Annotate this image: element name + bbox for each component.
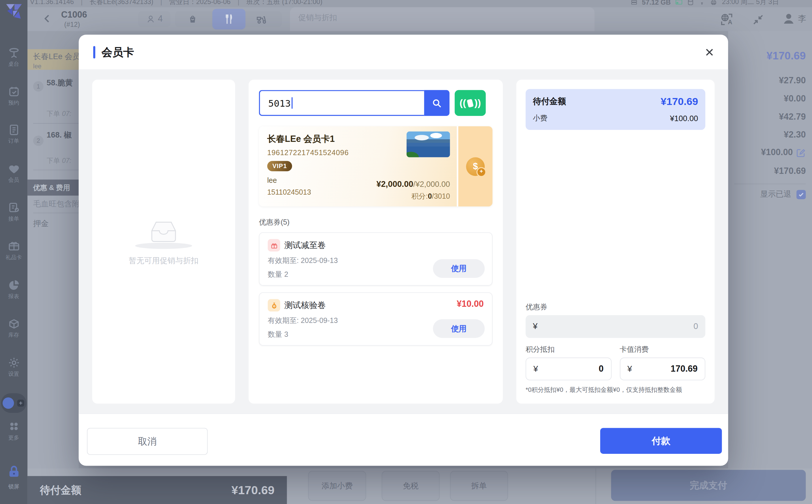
app-version: V1.1.36.14146: [30, 0, 74, 6]
coupon-name: 测试核验卷: [284, 300, 326, 311]
new-doc-icon: [16, 398, 25, 408]
card-spend-field-label: 卡值消费: [620, 345, 705, 354]
member-search-input[interactable]: 5013: [259, 90, 424, 116]
use-coupon-button[interactable]: 使用: [433, 259, 484, 278]
sidebar-item-more[interactable]: 更多: [0, 420, 27, 441]
close-icon[interactable]: [704, 47, 715, 57]
member-points: 积分:0/3010: [411, 192, 450, 201]
add-tip-button[interactable]: 添加小费: [308, 471, 366, 501]
item-time: 下单 07:: [47, 156, 72, 166]
amount-row: ¥42.79: [779, 112, 806, 122]
tip-value: ¥100.00: [670, 114, 698, 123]
member-card[interactable]: $+ 长春LEe 会员卡1 1961272217451524096 VIP1 l…: [259, 126, 492, 206]
gear-icon: [7, 357, 20, 369]
database-icon: [687, 0, 694, 5]
sidebar-item-gift-cards[interactable]: 礼品卡: [0, 240, 27, 262]
dine-in-tab-selected[interactable]: [213, 9, 246, 30]
sidebar-item-accept-orders[interactable]: 接单: [0, 201, 27, 223]
edit-icon[interactable]: [796, 148, 806, 157]
member-search-panel: 5013 (()) $+ 长春LEe 会员卡1 1961272217451524…: [249, 80, 503, 403]
sidebar-item-lock-screen[interactable]: 锁屏: [0, 465, 27, 491]
item-index: 2: [33, 136, 44, 146]
back-icon[interactable]: [42, 13, 53, 24]
order-total-amount: ¥170.69: [766, 50, 806, 62]
coupon-amount-value: 0: [694, 322, 698, 331]
selected-member-band[interactable]: 长春LEe 会员卡1 lee: [27, 49, 79, 70]
sidebar-item-settings[interactable]: 设置: [0, 357, 27, 378]
member-holder: lee: [267, 176, 484, 184]
coupon-name: 测试减至卷: [284, 240, 326, 251]
fee-row: 毛血旺包含附: [33, 199, 79, 209]
guest-count-button[interactable]: 4: [138, 11, 170, 27]
sidebar-item-members[interactable]: 会员: [0, 163, 27, 184]
card-reader-icon: [676, 0, 683, 5]
printer-icon: [710, 0, 717, 5]
points-deduction-field[interactable]: ¥ 0: [526, 358, 612, 380]
disk-icon: [631, 0, 637, 5]
sidebar-item-reservations[interactable]: 预约: [0, 85, 27, 107]
search-button[interactable]: [424, 90, 450, 116]
split-bill-button[interactable]: 拆单: [450, 471, 508, 501]
card-spend-field[interactable]: ¥ 170.69: [620, 358, 705, 380]
show-refunded-checkbox[interactable]: [796, 190, 806, 199]
avatar-icon: [782, 12, 796, 25]
points-deduction-value: 0: [599, 364, 603, 374]
member-band-sub: lee: [33, 63, 79, 70]
use-coupon-button[interactable]: 使用: [433, 319, 484, 338]
show-refunded-label: 显示已退: [760, 189, 792, 199]
currency-symbol: ¥: [627, 364, 632, 373]
due-value: ¥170.69: [661, 96, 698, 108]
complete-payment-button[interactable]: 完成支付: [611, 470, 806, 501]
pay-button[interactable]: 付款: [600, 428, 722, 454]
grand-total: ¥170.69: [774, 166, 806, 176]
coupon-card: 测试减至卷 有效期至: 2025-09-13 数量 2 使用: [259, 232, 492, 286]
tip-amount-row: ¥100.00: [761, 147, 806, 158]
guest-count: 4: [158, 14, 163, 24]
fees-section-header: 优惠 & 费用: [27, 180, 79, 196]
sidebar-item-inventory[interactable]: 库存: [0, 318, 27, 339]
tax-free-button[interactable]: 免税: [382, 471, 440, 501]
takeout-bag-icon[interactable]: [187, 14, 198, 24]
modal-title: 会员卡: [101, 45, 134, 59]
sidebar-item-orders[interactable]: 订单: [0, 124, 27, 145]
svg-text:A: A: [728, 19, 732, 26]
collapse-icon[interactable]: [753, 14, 764, 25]
cancel-button[interactable]: 取消: [87, 428, 208, 455]
translate-icon[interactable]: A: [720, 12, 734, 26]
delivery-scooter-icon[interactable]: [256, 14, 267, 25]
fee-row: 押金: [33, 219, 49, 229]
coupon-price: ¥10.00: [457, 299, 484, 309]
store-name: 长春LEe(363742133): [90, 0, 153, 6]
recharge-coin-icon: $+: [466, 157, 485, 176]
search-icon: [431, 97, 442, 108]
user-name: 李: [798, 13, 807, 24]
promo-empty-text: 暂无可用促销与折扣: [129, 256, 198, 266]
check-icon: [798, 191, 805, 198]
gift-card-icon: [7, 240, 20, 253]
checkout-bottom-bar: 待付金额 ¥170.69 添加小费 免税 拆单 完成支付: [27, 468, 812, 504]
app-logo: [5, 3, 23, 21]
order-amounts-panel: ¥170.69 ¥27.90 ¥0.00 ¥42.79 ¥2.30 ¥100.0…: [728, 31, 812, 468]
sidebar-item-reports[interactable]: 报表: [0, 279, 27, 300]
item-name: 58.脆黄: [47, 78, 73, 88]
separator: |: [160, 0, 162, 6]
box-icon: [7, 318, 20, 330]
empty-tray-icon: [145, 218, 182, 246]
quick-toggle-pill[interactable]: [1, 393, 27, 413]
amount-row: ¥27.90: [779, 76, 806, 86]
table-icon: [7, 47, 20, 59]
coupon-amount-field[interactable]: ¥ 0: [526, 315, 706, 338]
tip-amount: ¥100.00: [761, 147, 793, 158]
currency-symbol: ¥: [533, 322, 537, 331]
modal-footer: 取消 付款: [79, 413, 728, 466]
disk-usage: 57.12 GB: [642, 0, 671, 6]
member-band-name: 长春LEe 会员卡1: [33, 52, 79, 61]
sidebar-item-tables[interactable]: 桌台: [0, 47, 27, 68]
member-card-number: 1961272217451524096: [267, 148, 484, 157]
order-items-panel: 1 58.脆黄 下单 07: 2 168. 椒 下单 07: 优惠 & 费用 毛…: [27, 70, 79, 468]
member-card-action-strip[interactable]: $+: [457, 126, 492, 206]
user-menu[interactable]: 李: [782, 12, 806, 25]
nfc-scan-button[interactable]: (()): [455, 90, 486, 116]
pie-chart-icon: [7, 279, 20, 291]
amount-row: ¥2.30: [784, 130, 806, 140]
